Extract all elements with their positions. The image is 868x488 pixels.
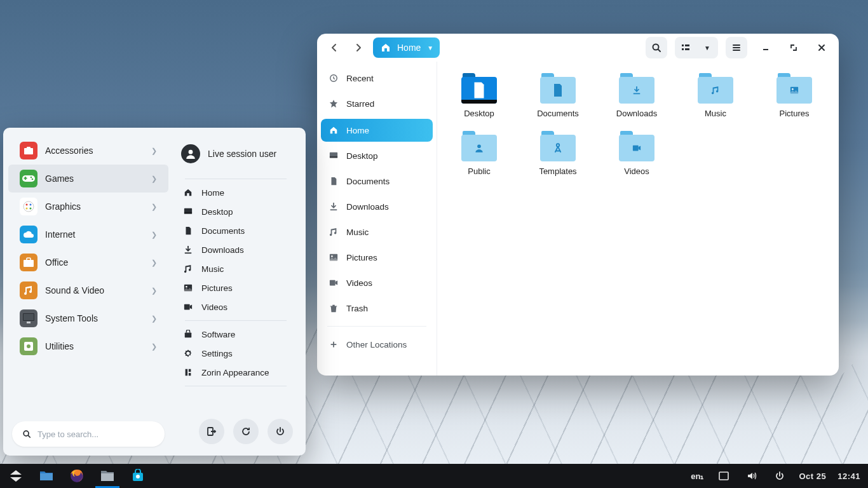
place-documents[interactable]: Documents	[179, 221, 293, 240]
place-music[interactable]: Music	[179, 259, 293, 278]
sidebar-item-label: Trash	[346, 304, 368, 313]
sidebar-item-desktop[interactable]: Desktop	[321, 144, 433, 167]
folder-label: Public	[468, 166, 490, 176]
keyboard-layout-indicator[interactable]: en₁	[691, 471, 703, 481]
category-internet[interactable]: Internet❯	[8, 220, 168, 248]
taskbar-files-active[interactable]	[99, 468, 116, 484]
music-icon	[329, 227, 339, 236]
sidebar-item-label: Recent	[346, 74, 374, 83]
category-office[interactable]: Office❯	[8, 248, 168, 276]
svg-rect-40	[185, 332, 192, 337]
maximize-button[interactable]	[784, 38, 803, 57]
svg-rect-42	[40, 473, 53, 480]
sidebar-item-videos[interactable]: Videos	[321, 271, 433, 294]
category-utilities[interactable]: Utilities❯	[8, 332, 168, 360]
search-button[interactable]	[646, 37, 667, 58]
hamburger-menu-button[interactable]	[726, 37, 747, 58]
nav-forward-button[interactable]	[349, 38, 368, 57]
download-icon	[329, 202, 339, 211]
nav-back-button[interactable]	[325, 38, 344, 57]
close-button[interactable]	[812, 38, 831, 57]
video-icon	[182, 302, 194, 311]
sidebar-item-downloads[interactable]: Downloads	[321, 195, 433, 218]
folder-documents[interactable]: Documents	[519, 73, 597, 118]
svg-point-34	[189, 150, 193, 154]
bag-icon	[182, 330, 194, 339]
logout-button[interactable]	[199, 419, 224, 444]
view-dropdown-button[interactable]: ▼	[696, 37, 718, 58]
svg-rect-10	[330, 280, 336, 286]
view-list-button[interactable]	[675, 37, 696, 58]
taskbar-software-store[interactable]	[130, 468, 146, 484]
sidebar-item-starred[interactable]: Starred	[321, 92, 433, 115]
taskbar-firefox[interactable]	[69, 468, 85, 484]
taskbar-date[interactable]: Oct 25	[799, 471, 827, 481]
minimize-button[interactable]	[756, 38, 775, 57]
file-manager-content[interactable]: DesktopDocumentsDownloadsMusicPicturesPu…	[437, 62, 839, 376]
workspace-indicator[interactable]	[715, 468, 732, 484]
category-graphics[interactable]: Graphics❯	[8, 193, 168, 220]
app-settings[interactable]: Settings	[179, 344, 293, 363]
sidebar-item-pictures[interactable]: Pictures	[321, 246, 433, 269]
sidebar-item-recent[interactable]: Recent	[321, 67, 433, 90]
monitor-icon	[20, 309, 37, 327]
cloud-icon	[20, 226, 37, 243]
folder-music[interactable]: Music	[676, 73, 755, 118]
restart-button[interactable]	[233, 419, 259, 444]
start-menu-search-input[interactable]: Type to search...	[12, 421, 165, 447]
app-label: Settings	[201, 349, 233, 358]
power-button[interactable]	[268, 419, 293, 444]
folder-videos[interactable]: Videos	[597, 131, 676, 176]
folder-desktop[interactable]: Desktop	[440, 73, 519, 118]
folder-public[interactable]: Public	[440, 131, 519, 176]
folder-label: Downloads	[616, 109, 657, 118]
power-indicator[interactable]	[771, 468, 788, 484]
place-pictures[interactable]: Pictures	[179, 278, 293, 297]
place-videos[interactable]: Videos	[179, 297, 293, 316]
place-desktop[interactable]: Desktop	[179, 202, 293, 221]
svg-rect-4	[685, 48, 689, 50]
start-button[interactable]	[8, 468, 24, 484]
document-icon	[182, 226, 194, 235]
app-zorin-appearance[interactable]: Zorin Appearance	[179, 363, 293, 382]
view-mode-group: ▼	[675, 37, 718, 58]
folder-icon	[619, 131, 654, 161]
category-label: Internet	[45, 229, 75, 240]
divider	[185, 179, 287, 179]
sidebar-item-trash[interactable]: Trash	[321, 297, 433, 320]
sidebar-item-documents[interactable]: Documents	[321, 170, 433, 193]
category-system-tools[interactable]: System Tools❯	[8, 304, 168, 332]
home-icon	[329, 126, 339, 135]
svg-point-21	[24, 201, 34, 212]
volume-indicator[interactable]	[743, 468, 760, 484]
folder-pictures[interactable]: Pictures	[755, 73, 834, 118]
taskbar-files-secondary[interactable]	[38, 468, 55, 484]
place-home[interactable]: Home	[179, 183, 293, 202]
folder-downloads[interactable]: Downloads	[597, 73, 676, 118]
palette-icon	[20, 198, 37, 215]
taskbar: en₁ Oct 25 12:41	[0, 464, 868, 488]
svg-point-46	[136, 475, 140, 478]
app-software[interactable]: Software	[179, 325, 293, 344]
category-accessories[interactable]: Accessories❯	[8, 137, 168, 165]
divider	[185, 320, 287, 321]
svg-point-22	[26, 204, 28, 206]
category-games[interactable]: Games❯	[8, 165, 168, 193]
place-label: Downloads	[201, 245, 244, 255]
sidebar-item-music[interactable]: Music	[321, 220, 433, 243]
taskbar-time[interactable]: 12:41	[837, 471, 860, 481]
svg-point-13	[477, 144, 481, 148]
sidebar-item-other-locations[interactable]: Other Locations	[321, 333, 433, 356]
appearance-icon	[182, 368, 194, 377]
user-row[interactable]: Live session user	[179, 139, 293, 175]
category-sound-video[interactable]: Sound & Video❯	[8, 276, 168, 304]
divider	[185, 386, 287, 386]
sidebar-item-home[interactable]: Home	[321, 119, 433, 142]
place-downloads[interactable]: Downloads	[179, 240, 293, 259]
video-icon	[329, 278, 339, 287]
folder-templates[interactable]: Templates	[519, 131, 597, 176]
sidebar-item-label: Documents	[346, 177, 390, 186]
path-bar-home[interactable]: Home ▼	[373, 37, 440, 58]
category-label: Office	[45, 257, 68, 268]
recent-icon	[329, 74, 339, 83]
